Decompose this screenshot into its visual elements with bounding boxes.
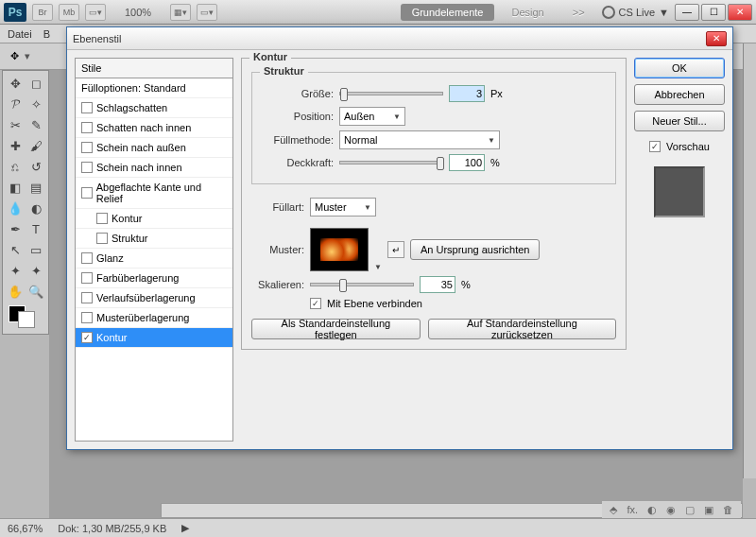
fill-options-row[interactable]: Fülloptionen: Standard: [76, 78, 232, 98]
style-item-label: Schatten nach innen: [96, 122, 191, 133]
move-tool[interactable]: ✥: [5, 73, 26, 94]
marquee-tool[interactable]: ◻: [26, 73, 46, 94]
style-item-3[interactable]: Schein nach innen: [76, 158, 232, 178]
style-item-checkbox[interactable]: [81, 272, 93, 284]
minimize-button[interactable]: —: [675, 4, 699, 21]
pattern-thumbnail[interactable]: [310, 228, 369, 271]
wand-tool[interactable]: ✧: [26, 94, 46, 114]
style-item-1[interactable]: Schatten nach innen: [76, 118, 232, 138]
dodge-tool[interactable]: ◐: [26, 198, 46, 218]
style-item-2[interactable]: Schein nach außen: [76, 138, 232, 158]
style-item-0[interactable]: Schlagschatten: [76, 98, 232, 118]
toolbar-screen-button[interactable]: ▭▾: [85, 4, 106, 21]
trash-icon[interactable]: 🗑: [723, 504, 733, 515]
size-slider[interactable]: [339, 92, 443, 95]
cslive-button[interactable]: CS Live ▼: [602, 6, 669, 19]
toolbar-mb-button[interactable]: Mb: [59, 4, 79, 21]
style-item-5[interactable]: Kontur: [76, 209, 232, 229]
shape-tool[interactable]: ▭: [26, 239, 46, 260]
zoom-level[interactable]: 100%: [125, 7, 151, 18]
zoom-tool[interactable]: 🔍: [26, 281, 46, 302]
blend-select[interactable]: Normal: [339, 130, 500, 149]
status-arrow-icon[interactable]: ▶: [181, 522, 189, 534]
style-item-11[interactable]: Kontur: [76, 328, 232, 348]
right-panel-strip[interactable]: [743, 43, 756, 478]
menu-b[interactable]: B: [43, 28, 50, 40]
lasso-tool[interactable]: 𝓟: [5, 94, 26, 114]
scale-slider[interactable]: [310, 283, 414, 286]
filltype-select[interactable]: Muster: [310, 198, 376, 217]
dialog-titlebar[interactable]: Ebenenstil ✕: [67, 27, 732, 50]
stamp-tool[interactable]: ⎌: [5, 156, 26, 177]
position-select[interactable]: Außen: [339, 107, 405, 126]
status-doc[interactable]: Dok: 1,30 MB/255,9 KB: [58, 523, 166, 534]
path-tool[interactable]: ↖: [5, 239, 26, 260]
opacity-label: Deckkraft:: [262, 157, 334, 168]
style-item-checkbox[interactable]: [81, 187, 93, 199]
eraser-tool[interactable]: ◧: [5, 177, 26, 198]
gradient-tool[interactable]: ▤: [26, 177, 46, 198]
style-item-checkbox[interactable]: [81, 122, 93, 133]
toolbar-arrange-button[interactable]: ▦▾: [170, 4, 191, 21]
style-item-checkbox[interactable]: [96, 233, 108, 244]
toolbar-br-button[interactable]: Br: [32, 4, 53, 21]
color-swatches[interactable]: [5, 302, 46, 332]
style-item-8[interactable]: Farbüberlagerung: [76, 268, 232, 288]
workspace-more[interactable]: >>: [561, 4, 596, 21]
new-layer-icon[interactable]: ▣: [704, 504, 713, 516]
style-item-7[interactable]: Glanz: [76, 249, 232, 268]
style-item-checkbox[interactable]: [81, 162, 93, 173]
pen-tool[interactable]: ✒: [5, 218, 26, 239]
brush-tool[interactable]: 🖌: [26, 135, 46, 156]
struktur-group: Struktur Größe: Px Position: Außen Füllm…: [251, 72, 616, 184]
3d-cam-tool[interactable]: ✦: [26, 260, 46, 281]
hand-tool[interactable]: ✋: [5, 281, 26, 302]
background-swatch[interactable]: [18, 311, 35, 328]
style-item-checkbox[interactable]: [81, 252, 93, 264]
fx-icon[interactable]: fx.: [627, 504, 638, 515]
type-tool[interactable]: T: [26, 218, 46, 239]
toolbar-screenmode-button[interactable]: ▭▾: [197, 4, 217, 21]
size-input[interactable]: [449, 85, 485, 102]
opacity-slider[interactable]: [339, 161, 443, 165]
link-icon[interactable]: ⬘: [610, 504, 617, 516]
style-item-checkbox[interactable]: [81, 312, 93, 323]
snap-origin-button[interactable]: An Ursprung ausrichten: [410, 239, 541, 260]
style-item-10[interactable]: Musterüberlagerung: [76, 308, 232, 328]
close-button[interactable]: ✕: [728, 4, 752, 21]
style-item-4[interactable]: Abgeflachte Kante und Relief: [76, 178, 232, 209]
style-item-checkbox[interactable]: [81, 142, 93, 153]
reset-default-button[interactable]: Auf Standardeinstellung zurücksetzen: [428, 319, 616, 339]
new-pattern-icon[interactable]: ↵: [387, 241, 404, 258]
make-default-button[interactable]: Als Standardeinstellung festlegen: [251, 319, 421, 339]
fill-adj-icon[interactable]: ◉: [666, 504, 676, 516]
link-layer-checkbox[interactable]: [310, 298, 321, 309]
blur-tool[interactable]: 💧: [5, 198, 26, 218]
mask-icon[interactable]: ◐: [647, 504, 657, 516]
crop-tool[interactable]: ✂: [5, 114, 26, 135]
preview-checkbox[interactable]: [649, 141, 661, 152]
dialog-close-button[interactable]: ✕: [706, 31, 727, 46]
heal-tool[interactable]: ✚: [5, 135, 26, 156]
history-tool[interactable]: ↺: [26, 156, 46, 177]
3d-tool[interactable]: ✦: [5, 260, 26, 281]
opacity-input[interactable]: [449, 154, 485, 171]
style-item-checkbox[interactable]: [96, 213, 108, 224]
folder-icon[interactable]: ▢: [685, 504, 695, 516]
style-item-checkbox[interactable]: [81, 332, 93, 343]
menu-file[interactable]: Datei: [8, 28, 32, 40]
style-item-6[interactable]: Struktur: [76, 229, 232, 249]
new-style-button[interactable]: Neuer Stil...: [634, 111, 725, 131]
cancel-button[interactable]: Abbrechen: [634, 84, 725, 105]
style-item-checkbox[interactable]: [81, 292, 93, 303]
ok-button[interactable]: OK: [634, 58, 725, 78]
styles-header[interactable]: Stile: [76, 59, 232, 78]
style-item-9[interactable]: Verlaufsüberlagerung: [76, 288, 232, 308]
workspace-tab-design[interactable]: Design: [500, 4, 555, 21]
eyedropper-tool[interactable]: ✎: [26, 114, 46, 135]
workspace-tab-grundelemente[interactable]: Grundelemente: [401, 4, 495, 21]
maximize-button[interactable]: ☐: [701, 4, 726, 21]
status-zoom[interactable]: 66,67%: [8, 523, 43, 534]
style-item-checkbox[interactable]: [81, 102, 93, 113]
scale-input[interactable]: [420, 276, 455, 293]
